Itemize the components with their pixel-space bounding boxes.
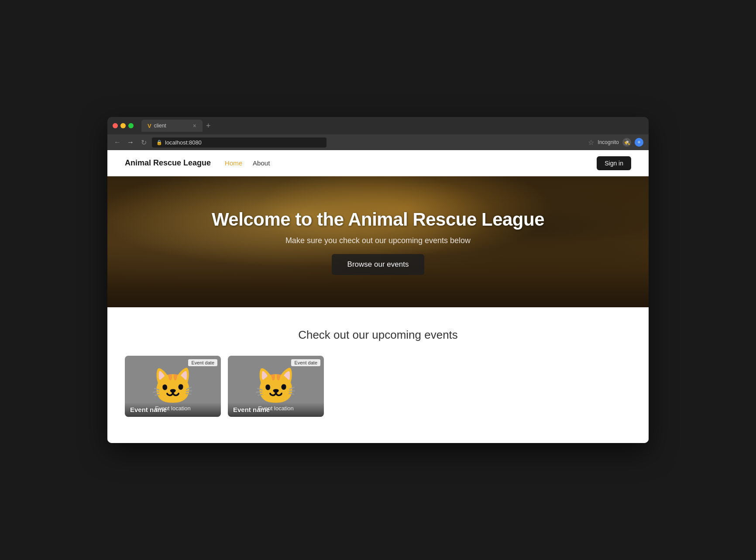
browser-titlebar: V client × +: [107, 117, 649, 134]
site-logo: Animal Rescue League: [125, 158, 211, 168]
event-date-badge: Event date: [188, 359, 217, 366]
event-location: Event location: [125, 405, 221, 412]
event-card[interactable]: Event date Event name Event location: [125, 356, 221, 417]
hero-title: Welcome to the Animal Rescue League: [212, 209, 544, 230]
security-icon: 🔒: [156, 140, 162, 145]
browser-tab[interactable]: V client ×: [141, 120, 203, 132]
refresh-button[interactable]: ↻: [139, 138, 148, 147]
traffic-lights: [113, 123, 134, 128]
tab-title: client: [154, 123, 166, 129]
events-section-heading: Check out our upcoming events: [125, 328, 631, 342]
forward-button[interactable]: →: [126, 138, 135, 146]
site-nav: Animal Rescue League Home About Sign in: [107, 150, 649, 176]
event-date-badge: Event date: [291, 359, 320, 366]
tab-favicon-icon: V: [148, 123, 151, 129]
hero-section: Welcome to the Animal Rescue League Make…: [107, 176, 649, 307]
address-text: localhost:8080: [165, 139, 202, 146]
website-content: Animal Rescue League Home About Sign in …: [107, 150, 649, 443]
events-grid: Event date Event name Event location Eve…: [125, 356, 631, 417]
new-tab-button[interactable]: +: [204, 121, 213, 131]
bookmark-icon[interactable]: ☆: [588, 138, 594, 147]
event-location: Event location: [228, 405, 324, 412]
incognito-label: Incognito: [598, 139, 619, 145]
close-button[interactable]: [113, 123, 118, 128]
incognito-icon: 🕵: [622, 138, 631, 147]
nav-about-link[interactable]: About: [253, 159, 270, 167]
address-bar[interactable]: 🔒 localhost:8080: [152, 137, 326, 148]
hero-content: Welcome to the Animal Rescue League Make…: [212, 209, 544, 275]
signin-button[interactable]: Sign in: [597, 156, 631, 170]
minimize-button[interactable]: [120, 123, 126, 128]
nav-home-link[interactable]: Home: [225, 159, 242, 167]
events-section: Check out our upcoming events Event date…: [107, 307, 649, 443]
hero-subtitle: Make sure you check out our upcoming eve…: [285, 236, 471, 245]
tab-close-button[interactable]: ×: [193, 122, 196, 129]
extension-icon: +: [635, 138, 643, 147]
tab-bar: V client × +: [141, 120, 643, 132]
fullscreen-button[interactable]: [128, 123, 134, 128]
browser-window: V client × + ← → ↻ 🔒 localhost:8080 ☆ In…: [107, 117, 649, 443]
toolbar-right: ☆ Incognito 🕵 +: [588, 138, 643, 147]
browse-events-button[interactable]: Browse our events: [332, 254, 425, 275]
back-button[interactable]: ←: [113, 138, 122, 146]
browser-toolbar: ← → ↻ 🔒 localhost:8080 ☆ Incognito 🕵 +: [107, 134, 649, 150]
event-card[interactable]: Event date Event name Event location: [228, 356, 324, 417]
